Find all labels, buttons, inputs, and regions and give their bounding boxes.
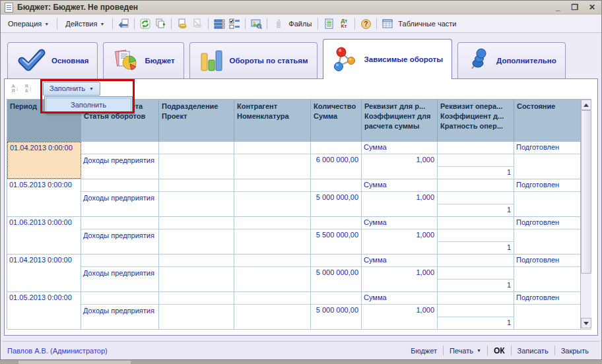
- cell-operation-requisite[interactable]: 1: [438, 142, 514, 179]
- cell-requisite[interactable]: Сумма1,000: [362, 217, 438, 254]
- list-settings-button[interactable]: [213, 17, 226, 30]
- close-form-button[interactable]: Закрыть: [555, 347, 595, 355]
- reread-button[interactable]: [117, 17, 130, 30]
- table-command-bar: АЯ ↓ ЯА ↓ Заполнить ▼: [5, 79, 597, 98]
- tab-dependent-turnovers[interactable]: Зависимые обороты: [323, 39, 453, 79]
- cell-state[interactable]: Подготовлен: [514, 292, 581, 329]
- scroll-down-button[interactable]: [581, 318, 591, 328]
- cell-requisite[interactable]: Сумма1,000: [362, 142, 438, 179]
- chevron-down-icon: ▼: [477, 348, 481, 353]
- cell-quantity-sum[interactable]: 5 000 000,00: [311, 179, 362, 216]
- cell-state[interactable]: Подготовлен: [514, 217, 581, 254]
- tab-budget[interactable]: Бюджет: [103, 42, 184, 78]
- files-button[interactable]: Файлы: [286, 20, 314, 28]
- checklist-icon: [229, 18, 240, 29]
- cell-operation-requisite[interactable]: 1: [438, 292, 514, 329]
- sort-asc-icon: ↓: [16, 85, 19, 92]
- cell-period[interactable]: 01.05.2013 0:00:00: [7, 179, 81, 216]
- cell-counterparty[interactable]: [234, 142, 311, 179]
- column-header-requisite[interactable]: Реквизит для р...Коэффициент для расчета…: [362, 100, 438, 142]
- cell-period[interactable]: 01.04.2013 0:00:00: [7, 255, 81, 291]
- minimize-button[interactable]: _: [552, 3, 563, 12]
- cell-quantity-sum[interactable]: 5 500 000,00: [311, 217, 362, 254]
- scrollbar-thumb[interactable]: [581, 110, 591, 274]
- fill-dropdown-menu: Заполнить: [44, 96, 133, 113]
- cell-period[interactable]: 01.06.2013 0:00:00: [7, 217, 81, 254]
- column-header-department[interactable]: ПодразделениеПроект: [159, 100, 234, 142]
- tabular-parts-label[interactable]: Табличные части: [396, 20, 458, 28]
- dtkt-button[interactable]: ДтКт: [337, 17, 351, 30]
- cell-article[interactable]: Доходы предприятия: [81, 292, 159, 329]
- cell-operation-requisite[interactable]: 1: [438, 179, 514, 216]
- report-button[interactable]: [322, 17, 335, 30]
- document-window: Бюджет: Бюджет. Не проведен _ ❒ ✕ Операц…: [0, 0, 602, 360]
- close-button[interactable]: ✕: [587, 3, 597, 12]
- cell-period[interactable]: 01.05.2013 0:00:00: [7, 292, 81, 329]
- actions-menu[interactable]: Действия▼: [61, 18, 108, 30]
- save-button[interactable]: Записать: [512, 347, 554, 355]
- refresh-button[interactable]: [139, 17, 152, 30]
- maximize-button[interactable]: ❒: [570, 3, 580, 12]
- cell-quantity-sum[interactable]: 5 000 000,00: [311, 292, 362, 329]
- cell-article[interactable]: Доходы предприятия: [81, 217, 159, 254]
- tab-turnover-by-items[interactable]: Обороты по статьям: [189, 42, 318, 78]
- cell-operation-requisite[interactable]: 1: [438, 255, 514, 291]
- current-user-label: Павлов А.В. (Администратор): [7, 347, 108, 355]
- cell-counterparty[interactable]: [234, 255, 311, 291]
- tabular-parts-button[interactable]: [381, 17, 394, 30]
- help-button[interactable]: ?: [359, 17, 372, 30]
- cell-state[interactable]: Подготовлен: [514, 142, 581, 179]
- cell-article[interactable]: Доходы предприятия: [81, 179, 159, 216]
- refresh-icon: [140, 18, 151, 29]
- print-button[interactable]: Печать ▼: [444, 347, 487, 355]
- cell-department[interactable]: [159, 255, 234, 291]
- vertical-scrollbar[interactable]: [580, 100, 591, 328]
- cell-counterparty[interactable]: [234, 179, 311, 216]
- cell-department[interactable]: [159, 142, 234, 179]
- attach-button[interactable]: [271, 17, 284, 30]
- unpost-document-button[interactable]: [191, 17, 204, 30]
- cell-state[interactable]: Подготовлен: [514, 179, 581, 216]
- post-document-button[interactable]: [176, 17, 189, 30]
- ok-button[interactable]: ОК: [488, 346, 511, 355]
- budget-button[interactable]: Бюджет: [405, 347, 443, 355]
- tab-main[interactable]: Основная: [7, 42, 98, 78]
- scroll-up-button[interactable]: [581, 100, 591, 110]
- window-title: Бюджет: Бюджет. Не проведен: [17, 3, 138, 12]
- table-row: 01.05.2013 0:00:00 Доходы предприятия 5 …: [7, 179, 591, 217]
- column-header-state[interactable]: Состояние: [514, 100, 581, 142]
- column-header-counterparty[interactable]: КонтрагентНоменклатура: [234, 100, 311, 142]
- main-toolbar: Операция▼ Действия▼: [1, 15, 601, 33]
- help-icon: ?: [361, 19, 371, 29]
- fill-button[interactable]: Заполнить ▼: [43, 82, 100, 96]
- cell-quantity-sum[interactable]: 6 000 000,00: [311, 142, 362, 179]
- cell-operation-requisite[interactable]: 1: [438, 217, 514, 254]
- cell-department[interactable]: [159, 217, 234, 254]
- column-header-quantity[interactable]: КоличествоСумма: [311, 100, 362, 142]
- cell-state[interactable]: Подготовлен: [514, 255, 581, 291]
- cell-counterparty[interactable]: [234, 292, 311, 329]
- cell-department[interactable]: [159, 292, 234, 329]
- report-icon: [324, 18, 334, 29]
- cell-requisite[interactable]: Сумма1,000: [362, 179, 438, 216]
- cell-requisite[interactable]: Сумма1,000: [362, 292, 438, 329]
- cell-department[interactable]: [159, 179, 234, 216]
- cell-article[interactable]: Доходы предприятия: [81, 142, 159, 179]
- copy-button[interactable]: [154, 17, 167, 30]
- fill-menu-item[interactable]: Заполнить: [46, 98, 131, 112]
- pushpin-icon: [467, 47, 490, 74]
- cell-period[interactable]: 01.04.2013 0:00:00: [7, 142, 81, 179]
- sort-ascending-button[interactable]: АЯ ↓: [9, 82, 22, 94]
- cell-requisite[interactable]: Сумма1,000: [362, 255, 438, 291]
- operation-menu[interactable]: Операция▼: [4, 18, 53, 30]
- tab-additional[interactable]: Дополнительно: [457, 42, 566, 78]
- checklist-button[interactable]: [228, 17, 241, 30]
- cell-quantity-sum[interactable]: 5 000 000,00: [311, 255, 362, 291]
- picture-button[interactable]: [250, 17, 263, 30]
- column-header-operation-requisite[interactable]: Реквизит опера...Коэффициент д...Кратнос…: [438, 100, 514, 142]
- cell-article[interactable]: Доходы предприятия: [81, 255, 159, 291]
- cell-counterparty[interactable]: [234, 217, 311, 254]
- table-row: 01.05.2013 0:00:00 Доходы предприятия 5 …: [7, 292, 591, 330]
- dependent-turnovers-table: Период Статья бюджетаСтатья оборотов Под…: [7, 99, 591, 329]
- sort-descending-button[interactable]: ЯА ↓: [22, 82, 35, 94]
